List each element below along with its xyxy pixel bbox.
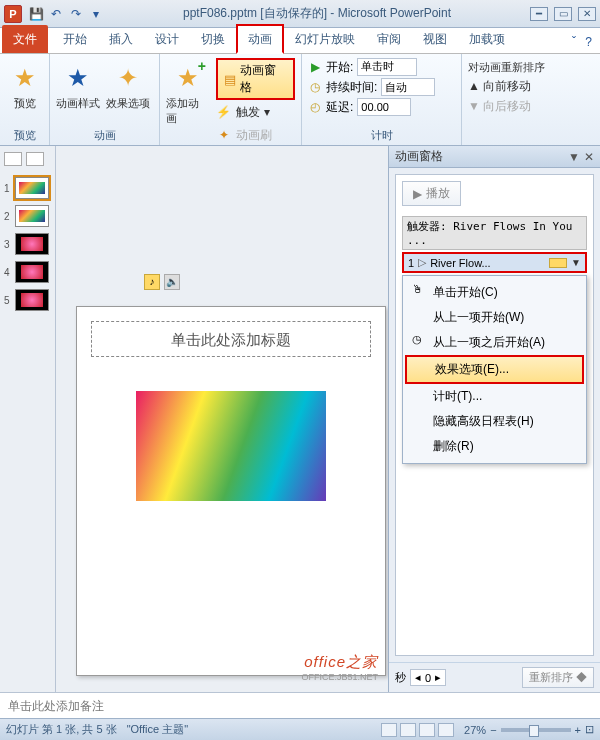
view-normal-button[interactable] (381, 723, 397, 737)
watermark: office之家 OFFICE.JB51.NET (301, 653, 378, 682)
app-icon: P (4, 5, 22, 23)
mouse-icon: 🖱 (410, 283, 424, 297)
minimize-button[interactable]: ━ (530, 7, 548, 21)
tab-addins[interactable]: 加载项 (458, 25, 516, 53)
menu-hide-timeline[interactable]: 隐藏高级日程表(H) (403, 409, 586, 434)
move-later-button[interactable]: ▼ 向后移动 (468, 98, 545, 115)
reorder-header: 对动画重新排序 (468, 60, 545, 75)
menu-start-on-click[interactable]: 🖱单击开始(C) (403, 280, 586, 305)
add-animation-button[interactable]: ★添加动画 (166, 58, 210, 126)
maximize-button[interactable]: ▭ (554, 7, 572, 21)
play-glyph-icon: ▷ (418, 256, 426, 269)
context-menu: 🖱单击开始(C) 从上一项开始(W) ◷从上一项之后开始(A) 效果选项(E).… (402, 275, 587, 464)
tab-slideshow[interactable]: 幻灯片放映 (284, 25, 366, 53)
tab-file[interactable]: 文件 (2, 25, 48, 53)
trigger-button[interactable]: ⚡触发 ▾ (216, 101, 295, 123)
pane-dropdown-icon[interactable]: ▼ (568, 150, 580, 164)
zoom-value: 27% (464, 724, 486, 736)
pane-title: 动画窗格 (395, 148, 443, 165)
reorder-button[interactable]: 重新排序 ◆ (522, 667, 594, 688)
qat-dropdown-icon[interactable]: ▾ (88, 6, 104, 22)
close-button[interactable]: ✕ (578, 7, 596, 21)
seconds-spinner[interactable]: ◂ 0 ▸ (410, 669, 446, 686)
play-icon: ▶ (308, 60, 322, 74)
zoom-in-button[interactable]: + (575, 724, 581, 736)
slide: 单击此处添加标题 (76, 306, 386, 676)
tab-view[interactable]: 视图 (412, 25, 458, 53)
menu-effect-options[interactable]: 效果选项(E)... (405, 355, 584, 384)
delay-input[interactable] (357, 98, 411, 116)
tab-animations[interactable]: 动画 (236, 24, 284, 54)
status-theme: "Office 主题" (127, 722, 188, 737)
effect-options-button[interactable]: ✦效果选项 (106, 58, 150, 111)
timeline-bar (549, 258, 567, 268)
group-animation-label: 动画 (56, 126, 153, 143)
menu-start-with-previous[interactable]: 从上一项开始(W) (403, 305, 586, 330)
zoom-slider[interactable] (501, 728, 571, 732)
pane-icon: ▤ (224, 72, 236, 87)
undo-icon[interactable]: ↶ (48, 6, 64, 22)
trigger-label: 触发器: River Flows In You ... (402, 216, 587, 250)
clock-icon: ◷ (308, 80, 322, 94)
animation-styles-button[interactable]: ★动画样式 (56, 58, 100, 111)
preview-button[interactable]: ★预览 (6, 58, 43, 111)
help-icon[interactable]: ? (585, 35, 592, 49)
thumbnail-1[interactable]: 1 (0, 174, 55, 202)
thumbnail-3[interactable]: 3 (0, 230, 55, 258)
ribbon-minimize-icon[interactable]: ˇ (572, 35, 576, 49)
seconds-label: 秒 (395, 670, 406, 685)
animation-pane: 动画窗格▼✕ ▶ 播放 触发器: River Flows In You ... … (388, 146, 600, 692)
menu-timing[interactable]: 计时(T)... (403, 384, 586, 409)
animation-pane-button[interactable]: ▤动画窗格 (216, 58, 295, 100)
zoom-fit-button[interactable]: ⊡ (585, 723, 594, 736)
brush-icon: ✦ (216, 128, 232, 142)
view-reading-button[interactable] (419, 723, 435, 737)
delay-icon: ◴ (308, 100, 322, 114)
view-sorter-button[interactable] (400, 723, 416, 737)
duration-input[interactable] (381, 78, 435, 96)
slide-image[interactable] (136, 391, 326, 501)
thumbnail-4[interactable]: 4 (0, 258, 55, 286)
group-timing-label: 计时 (308, 126, 455, 143)
tab-design[interactable]: 设计 (144, 25, 190, 53)
animation-item[interactable]: 1▷River Flow... ▼ (402, 252, 587, 273)
menu-remove[interactable]: 删除(R) (403, 434, 586, 459)
tab-review[interactable]: 审阅 (366, 25, 412, 53)
start-select[interactable]: 单击时 (357, 58, 417, 76)
status-slide-count: 幻灯片 第 1 张, 共 5 张 (6, 722, 117, 737)
window-title: pptF086.pptm [自动保存的] - Microsoft PowerPo… (104, 5, 530, 22)
view-slideshow-button[interactable] (438, 723, 454, 737)
thumbnail-2[interactable]: 2 (0, 202, 55, 230)
group-preview-label: 预览 (6, 126, 43, 143)
slide-thumbnails: 1 2 3 4 5 (0, 146, 56, 692)
speaker-icon[interactable]: 🔈 (164, 274, 180, 290)
redo-icon[interactable]: ↷ (68, 6, 84, 22)
slide-canvas[interactable]: ♪🔈 单击此处添加标题 office之家 OFFICE.JB51.NET (56, 146, 388, 692)
tab-transitions[interactable]: 切换 (190, 25, 236, 53)
tab-insert[interactable]: 插入 (98, 25, 144, 53)
thumbnail-5[interactable]: 5 (0, 286, 55, 314)
pane-close-icon[interactable]: ✕ (584, 150, 594, 164)
notes-placeholder[interactable]: 单击此处添加备注 (0, 692, 600, 718)
thumb-tab-slides[interactable] (4, 152, 22, 166)
clock-small-icon: ◷ (410, 333, 424, 347)
play-button[interactable]: ▶ 播放 (402, 181, 461, 206)
save-icon[interactable]: 💾 (28, 6, 44, 22)
lightning-icon: ⚡ (216, 105, 232, 119)
thumb-tab-outline[interactable] (26, 152, 44, 166)
animation-painter-button[interactable]: ✦动画刷 (216, 124, 295, 146)
tab-home[interactable]: 开始 (52, 25, 98, 53)
title-placeholder[interactable]: 单击此处添加标题 (91, 321, 371, 357)
menu-start-after-previous[interactable]: ◷从上一项之后开始(A) (403, 330, 586, 355)
media-icon[interactable]: ♪ (144, 274, 160, 290)
item-dropdown-icon[interactable]: ▼ (571, 257, 581, 268)
zoom-out-button[interactable]: − (490, 724, 496, 736)
move-earlier-button[interactable]: ▲ 向前移动 (468, 78, 545, 95)
